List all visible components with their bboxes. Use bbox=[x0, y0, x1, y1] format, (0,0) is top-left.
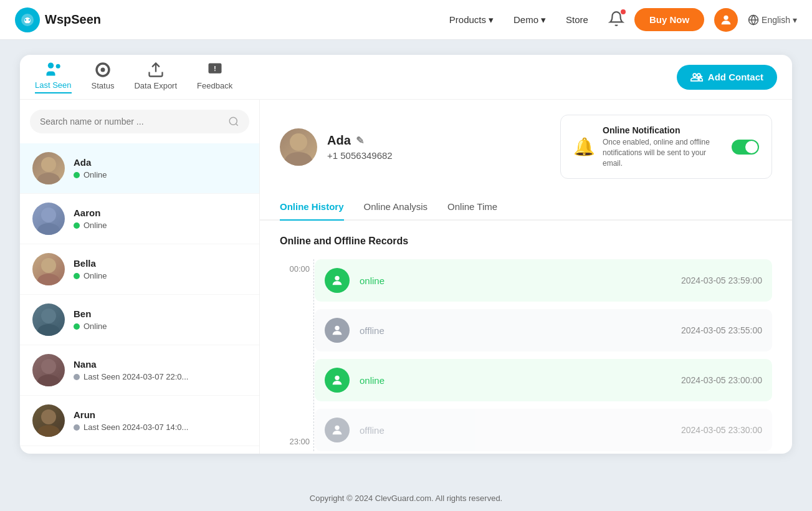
svg-point-30 bbox=[290, 133, 307, 151]
selected-contact-phone: +1 5056349682 bbox=[327, 150, 560, 161]
search-box[interactable] bbox=[30, 110, 249, 133]
notification-dot bbox=[621, 9, 626, 14]
contact-item[interactable]: Aaron Online bbox=[20, 194, 259, 244]
selected-contact-avatar bbox=[280, 128, 317, 166]
avatar bbox=[32, 354, 65, 386]
notification-box: 🔔 Online Notification Once enabled, onli… bbox=[560, 115, 772, 179]
svg-point-1 bbox=[25, 19, 26, 20]
avatar bbox=[32, 253, 65, 285]
contact-info: Bella Online bbox=[74, 258, 247, 280]
app-logo[interactable]: WspSeen bbox=[15, 7, 101, 32]
svg-text:!: ! bbox=[214, 64, 216, 72]
contact-name: Nana bbox=[74, 359, 247, 370]
contact-item[interactable]: Arun Last Seen 2024-03-07 14:0... bbox=[20, 396, 259, 446]
record-status-text: online bbox=[360, 275, 671, 286]
app-topbar: Last Seen Status Dat bbox=[20, 55, 792, 100]
timeline-container: 00:00 online 202 bbox=[280, 259, 772, 451]
svg-point-3 bbox=[724, 15, 728, 19]
tab-last-seen[interactable]: Last Seen bbox=[35, 60, 72, 93]
buy-now-button[interactable]: Buy Now bbox=[634, 8, 704, 31]
contact-status: Last Seen 2024-03-07 22:0... bbox=[74, 372, 247, 381]
selected-contact-info: Ada ✎ +1 5056349682 bbox=[327, 133, 560, 161]
record-item[interactable]: online 2024-03-05 23:59:00 bbox=[315, 259, 772, 302]
record-timestamp: 2024-03-05 23:55:00 bbox=[681, 325, 762, 335]
app-name: WspSeen bbox=[45, 12, 101, 27]
app-card: Last Seen Status Dat bbox=[20, 55, 792, 454]
selected-contact-name: Ada ✎ bbox=[327, 133, 560, 148]
svg-point-33 bbox=[335, 326, 339, 330]
contact-item[interactable]: Ada Online bbox=[20, 143, 259, 194]
nav-products[interactable]: Products ▾ bbox=[449, 14, 494, 26]
contact-name: Bella bbox=[74, 258, 247, 269]
svg-point-22 bbox=[41, 258, 56, 273]
tab-online-analysis[interactable]: Online Analysis bbox=[364, 194, 428, 221]
notification-toggle[interactable] bbox=[732, 140, 759, 155]
status-dot bbox=[74, 424, 80, 431]
record-item[interactable]: online 2024-03-05 23:00:00 bbox=[315, 359, 772, 401]
tab-status[interactable]: Status bbox=[92, 61, 115, 93]
nav-store[interactable]: Store bbox=[566, 14, 588, 25]
svg-point-10 bbox=[100, 68, 105, 72]
svg-point-25 bbox=[37, 324, 60, 336]
chevron-down-icon: ▾ bbox=[489, 14, 494, 26]
contact-status: Last Seen 2024-03-07 14:0... bbox=[74, 423, 247, 432]
avatar bbox=[32, 303, 65, 336]
contact-info: Ada Online bbox=[74, 157, 247, 179]
main-tab-group: Last Seen Status Dat bbox=[35, 60, 232, 93]
contact-name: Ben bbox=[74, 308, 247, 319]
edit-icon[interactable]: ✎ bbox=[356, 135, 364, 146]
search-input[interactable] bbox=[40, 117, 223, 127]
tab-online-time[interactable]: Online Time bbox=[447, 194, 497, 221]
tab-data-export[interactable]: Data Export bbox=[134, 61, 177, 93]
svg-point-2 bbox=[29, 19, 30, 20]
contact-name: Arun bbox=[74, 409, 247, 420]
record-timestamp: 2024-03-05 23:59:00 bbox=[681, 275, 762, 285]
record-status-icon bbox=[325, 318, 350, 343]
status-dot bbox=[74, 323, 80, 330]
main-wrapper: Last Seen Status Dat bbox=[0, 40, 812, 486]
time-label-0000: 00:00 bbox=[280, 264, 310, 274]
contact-header: Ada ✎ +1 5056349682 🔔 Online Notificatio… bbox=[260, 100, 792, 194]
contact-name: Ada bbox=[74, 157, 247, 168]
contact-status: Online bbox=[74, 221, 247, 230]
language-selector[interactable]: English ▾ bbox=[748, 14, 797, 26]
avatar bbox=[32, 203, 65, 235]
svg-point-35 bbox=[335, 426, 339, 430]
record-timestamp: 2024-03-05 23:30:00 bbox=[681, 425, 762, 435]
nav-links: Products ▾ Demo ▾ Store bbox=[449, 14, 588, 26]
contact-item[interactable]: Ben Online bbox=[20, 295, 259, 345]
footer-text: Copyright © 2024 ClevGuard.com. All righ… bbox=[310, 494, 502, 503]
user-avatar-button[interactable] bbox=[714, 8, 738, 32]
nav-actions: Buy Now English ▾ bbox=[608, 8, 797, 32]
svg-point-23 bbox=[37, 274, 60, 285]
top-navigation: WspSeen Products ▾ Demo ▾ Store Buy Now bbox=[0, 0, 812, 40]
notification-bell[interactable] bbox=[608, 11, 624, 29]
contact-status: Online bbox=[74, 271, 247, 280]
language-label: English bbox=[762, 15, 790, 25]
add-contact-button[interactable]: Add Contact bbox=[677, 65, 777, 90]
record-status-icon bbox=[325, 268, 350, 293]
record-status-text: offline bbox=[360, 325, 671, 336]
logo-icon bbox=[15, 7, 40, 32]
svg-point-31 bbox=[285, 152, 312, 166]
status-dot bbox=[74, 374, 80, 380]
timeline-line bbox=[313, 259, 314, 451]
status-dot bbox=[74, 172, 80, 178]
record-status-text: online bbox=[360, 375, 671, 386]
nav-demo[interactable]: Demo ▾ bbox=[513, 14, 546, 26]
svg-point-21 bbox=[37, 223, 60, 235]
tab-feedback[interactable]: ! Feedback bbox=[197, 61, 232, 93]
sidebar: Ada Online Aaron bbox=[20, 100, 260, 454]
svg-point-6 bbox=[48, 63, 54, 69]
records-section: Online and Offline Records 00:00 bbox=[260, 221, 792, 454]
record-item[interactable]: offline 2024-03-05 23:55:00 bbox=[315, 309, 772, 351]
svg-point-19 bbox=[37, 173, 60, 184]
record-item[interactable]: offline 2024-03-05 23:30:00 bbox=[315, 409, 772, 451]
tab-online-history[interactable]: Online History bbox=[280, 194, 344, 221]
svg-point-18 bbox=[41, 157, 56, 172]
contact-item[interactable]: Bella Online bbox=[20, 244, 259, 295]
footer: Copyright © 2024 ClevGuard.com. All righ… bbox=[0, 486, 812, 510]
svg-point-20 bbox=[41, 208, 56, 222]
contact-item[interactable]: Nana Last Seen 2024-03-07 22:0... bbox=[20, 345, 259, 396]
app-body: Ada Online Aaron bbox=[20, 100, 792, 454]
